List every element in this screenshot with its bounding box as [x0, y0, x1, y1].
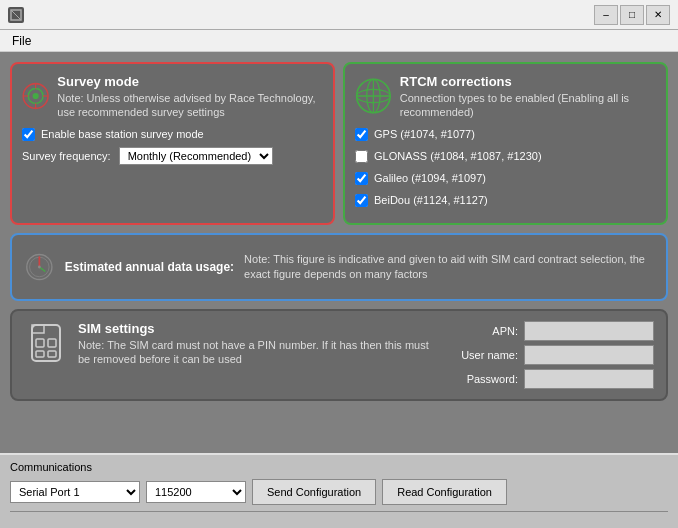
rtcm-glonass-row: GLONASS (#1084, #1087, #1230)	[355, 150, 656, 163]
send-config-button[interactable]: Send Configuration	[252, 479, 376, 505]
minimize-button[interactable]: –	[594, 5, 618, 25]
sim-apn-label: APN:	[448, 325, 518, 337]
rtcm-beidou-row: BeiDou (#1124, #1127)	[355, 194, 656, 207]
svg-rect-24	[48, 351, 56, 357]
survey-card-title-block: Survey mode Note: Unless otherwise advis…	[57, 74, 323, 120]
data-usage-card: Estimated annual data usage: Note: This …	[10, 233, 668, 301]
survey-card-title: Survey mode	[57, 74, 323, 89]
title-bar-left	[8, 7, 24, 23]
svg-point-18	[38, 265, 41, 268]
sim-subtitle: Note: The SIM card must not have a PIN n…	[78, 338, 438, 367]
survey-card-subtitle: Note: Unless otherwise advised by Race T…	[57, 91, 323, 120]
survey-card: Survey mode Note: Unless otherwise advis…	[10, 62, 335, 225]
sim-password-row: Password:	[448, 369, 654, 389]
rtcm-gps-checkbox[interactable]	[355, 128, 368, 141]
freq-label: Survey frequency:	[22, 150, 111, 162]
freq-row: Survey frequency: Monthly (Recommended) …	[22, 147, 323, 165]
svg-line-1	[11, 10, 21, 20]
rtcm-gps-label: GPS (#1074, #1077)	[374, 128, 475, 140]
survey-card-body: Enable base station survey mode Survey f…	[22, 128, 323, 165]
sim-card: SIM settings Note: The SIM card must not…	[10, 309, 668, 401]
rtcm-galileo-checkbox[interactable]	[355, 172, 368, 185]
rtcm-galileo-row: Galileo (#1094, #1097)	[355, 172, 656, 185]
enable-survey-checkbox[interactable]	[22, 128, 35, 141]
sim-right: APN: User name: Password:	[448, 321, 654, 389]
sim-password-label: Password:	[448, 373, 518, 385]
bottom-bar: Communications Serial Port 1 Serial Port…	[0, 453, 678, 528]
sim-title: SIM settings	[78, 321, 438, 336]
sim-username-row: User name:	[448, 345, 654, 365]
rtcm-card-header: RTCM corrections Connection types to be …	[355, 74, 656, 120]
rtcm-beidou-checkbox[interactable]	[355, 194, 368, 207]
comms-label: Communications	[10, 461, 668, 473]
freq-select[interactable]: Monthly (Recommended) Weekly Daily	[119, 147, 273, 165]
file-menu[interactable]: File	[4, 32, 39, 50]
menu-bar: File	[0, 30, 678, 52]
rtcm-card-subtitle: Connection types to be enabled (Enabling…	[400, 91, 656, 120]
rtcm-galileo-label: Galileo (#1094, #1097)	[374, 172, 486, 184]
title-controls: – □ ✕	[594, 5, 670, 25]
data-usage-icon	[24, 245, 55, 289]
sim-username-label: User name:	[448, 349, 518, 361]
survey-card-header: Survey mode Note: Unless otherwise advis…	[22, 74, 323, 120]
svg-rect-23	[36, 351, 44, 357]
svg-rect-21	[36, 339, 44, 347]
app-icon	[8, 7, 24, 23]
sim-left: SIM settings Note: The SIM card must not…	[78, 321, 438, 367]
rtcm-glonass-checkbox[interactable]	[355, 150, 368, 163]
title-bar: – □ ✕	[0, 0, 678, 30]
rtcm-checks: GPS (#1074, #1077) GLONASS (#1084, #1087…	[355, 128, 656, 213]
rtcm-gps-row: GPS (#1074, #1077)	[355, 128, 656, 141]
sim-apn-row: APN:	[448, 321, 654, 341]
baud-select[interactable]: 9600 19200 38400 57600 115200	[146, 481, 246, 503]
status-bar	[10, 511, 668, 522]
sim-apn-input[interactable]	[524, 321, 654, 341]
enable-survey-row: Enable base station survey mode	[22, 128, 323, 141]
top-row: Survey mode Note: Unless otherwise advis…	[10, 62, 668, 225]
rtcm-glonass-label: GLONASS (#1084, #1087, #1230)	[374, 150, 542, 162]
close-button[interactable]: ✕	[646, 5, 670, 25]
survey-icon	[22, 74, 49, 118]
rtcm-beidou-label: BeiDou (#1124, #1127)	[374, 194, 488, 206]
rtcm-card-title-block: RTCM corrections Connection types to be …	[400, 74, 656, 120]
sim-password-input[interactable]	[524, 369, 654, 389]
maximize-button[interactable]: □	[620, 5, 644, 25]
port-select[interactable]: Serial Port 1 Serial Port 2 USB	[10, 481, 140, 503]
rtcm-card-title: RTCM corrections	[400, 74, 656, 89]
enable-survey-label: Enable base station survey mode	[41, 128, 204, 140]
sim-icon	[24, 321, 68, 365]
read-config-button[interactable]: Read Configuration	[382, 479, 507, 505]
bottom-controls: Serial Port 1 Serial Port 2 USB 9600 192…	[10, 479, 668, 505]
sim-username-input[interactable]	[524, 345, 654, 365]
rtcm-card: RTCM corrections Connection types to be …	[343, 62, 668, 225]
main-content: Survey mode Note: Unless otherwise advis…	[0, 52, 678, 453]
data-usage-label: Estimated annual data usage:	[65, 260, 234, 274]
svg-rect-22	[48, 339, 56, 347]
svg-point-4	[33, 93, 39, 99]
data-usage-note: Note: This figure is indicative and give…	[244, 252, 654, 281]
rtcm-icon	[355, 74, 392, 118]
